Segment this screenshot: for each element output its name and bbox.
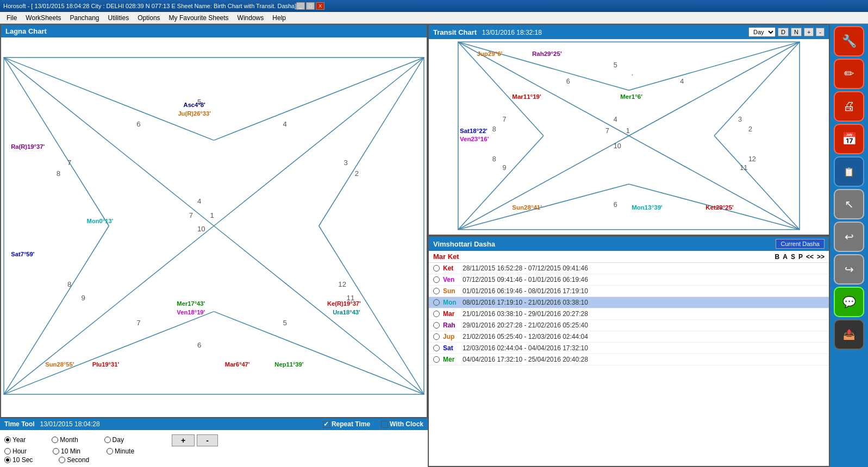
edit-icon[interactable]: ✏ <box>834 59 864 89</box>
transit-label: Transit Chart <box>433 28 477 36</box>
transit-n-button[interactable]: N <box>791 28 802 36</box>
repeat-time-checkbox[interactable]: ✓ Repeat Time <box>323 420 370 428</box>
day-radio[interactable] <box>104 437 111 443</box>
svg-text:8: 8 <box>492 125 496 133</box>
transit-minus-button[interactable]: - <box>816 28 825 36</box>
day-select[interactable]: Day <box>748 27 776 37</box>
tenmin-radio[interactable] <box>53 448 59 455</box>
transit-datetime: 13/01/2016 18:32:18 <box>482 29 542 36</box>
dasha-radio[interactable] <box>433 288 440 294</box>
second-option[interactable]: Second <box>59 456 89 464</box>
nav-prev[interactable]: << <box>806 253 814 261</box>
svg-text:Jup29°6': Jup29°6' <box>477 51 502 57</box>
dasha-row[interactable]: Rah 29/01/2016 20:27:28 - 21/02/2016 05:… <box>429 320 829 331</box>
close-button[interactable]: X <box>316 2 324 10</box>
time-tool-datetime: 13/01/2015 18:04:28 <box>40 420 100 428</box>
nav-next[interactable]: >> <box>817 253 825 261</box>
dasha-row[interactable]: Sat 12/03/2016 02:44:04 - 04/04/2016 17:… <box>429 343 829 354</box>
tenmin-label: 10 Min <box>61 447 80 455</box>
day-label: Day <box>113 436 124 444</box>
year-option[interactable]: Year <box>4 436 26 444</box>
dasha-row[interactable]: Jup 21/02/2016 05:25:40 - 12/03/2016 02:… <box>429 331 829 343</box>
menu-options[interactable]: Options <box>133 13 164 23</box>
dasha-radio[interactable] <box>433 265 440 272</box>
tensec-radio[interactable] <box>4 457 11 463</box>
minute-option[interactable]: Minute <box>107 447 134 455</box>
tensec-option[interactable]: 10 Sec <box>4 456 33 464</box>
svg-text:Asc4°8': Asc4°8' <box>184 102 205 108</box>
nav-s[interactable]: S <box>791 253 795 261</box>
plus-button[interactable]: + <box>172 434 195 446</box>
nav-b[interactable]: B <box>775 253 780 261</box>
transit-d-button[interactable]: D <box>778 28 789 36</box>
svg-text:4: 4 <box>680 78 684 85</box>
svg-text:7: 7 <box>503 116 507 123</box>
minute-radio[interactable] <box>107 448 113 455</box>
menu-panchang[interactable]: Panchang <box>65 13 103 23</box>
dasha-row[interactable]: Mar 21/01/2016 03:38:10 - 29/01/2016 20:… <box>429 308 829 320</box>
menu-file[interactable]: File <box>2 13 21 23</box>
svg-text:Mer17°43': Mer17°43' <box>177 300 205 307</box>
dasha-row[interactable]: Mon 08/01/2016 17:19:10 - 21/01/2016 03:… <box>429 297 829 308</box>
nav-p[interactable]: P <box>798 253 803 261</box>
dasha-row[interactable]: Ket 28/11/2015 16:52:28 - 07/12/2015 09:… <box>429 263 829 274</box>
dasha-nav[interactable]: B A S P << >> <box>775 253 825 261</box>
with-clock-box[interactable] <box>381 421 388 428</box>
dasha-header: Vimshottari Dasha Current Dasha <box>429 237 829 251</box>
print-icon[interactable]: 🖨 <box>834 91 864 122</box>
svg-text:1: 1 <box>210 211 214 219</box>
minus-button[interactable]: - <box>197 434 218 446</box>
dasha-radio[interactable] <box>433 356 440 363</box>
dasha-row[interactable]: Sun 01/01/2016 06:19:46 - 08/01/2016 17:… <box>429 286 829 297</box>
share-icon[interactable]: 📤 <box>834 319 864 350</box>
month-radio[interactable] <box>52 437 58 443</box>
with-clock-checkbox[interactable]: With Clock <box>381 420 423 428</box>
dasha-row[interactable]: Mer 04/04/2016 17:32:10 - 25/04/2016 20:… <box>429 354 829 365</box>
dasha-radio[interactable] <box>433 311 440 317</box>
nav-a[interactable]: A <box>783 253 788 261</box>
svg-text:Ven23°16': Ven23°16' <box>460 136 489 142</box>
hour-radio[interactable] <box>4 448 11 455</box>
menu-worksheets[interactable]: WorkSheets <box>21 13 65 23</box>
repeat-time-box[interactable]: ✓ <box>323 421 330 428</box>
tools-icon[interactable]: 🔧 <box>834 26 864 56</box>
svg-text:8: 8 <box>57 169 60 178</box>
svg-text:2: 2 <box>355 169 359 178</box>
left-panel: Lagna Chart <box>0 24 428 467</box>
svg-text:Ke(R)19°37': Ke(R)19°37' <box>327 300 361 307</box>
time-buttons[interactable]: + - <box>172 434 218 446</box>
menu-windows[interactable]: Windows <box>233 13 268 23</box>
menu-help[interactable]: Help <box>268 13 290 23</box>
tenmin-option[interactable]: 10 Min <box>53 447 80 455</box>
current-dasha-button[interactable]: Current Dasha <box>776 239 825 249</box>
dasha-dates: 07/12/2015 09:41:46 - 01/01/2016 06:19:4… <box>463 276 825 283</box>
day-option[interactable]: Day <box>104 436 124 444</box>
hour-option[interactable]: Hour <box>4 447 27 455</box>
minimize-button[interactable]: _ <box>296 2 305 10</box>
menu-utilities[interactable]: Utilities <box>104 13 134 23</box>
dasha-radio[interactable] <box>433 299 440 306</box>
dasha-row[interactable]: Ven 07/12/2015 09:41:46 - 01/01/2016 06:… <box>429 274 829 286</box>
dasha-radio[interactable] <box>433 322 440 329</box>
svg-text:12: 12 <box>748 155 756 163</box>
notes-icon[interactable]: 📋 <box>834 156 864 187</box>
cursor-icon[interactable]: ↖ <box>834 189 864 219</box>
whatsapp-icon[interactable]: 💬 <box>834 287 864 317</box>
dasha-radio[interactable] <box>433 345 440 351</box>
dasha-radio[interactable] <box>433 333 440 340</box>
year-radio[interactable] <box>4 437 11 443</box>
month-option[interactable]: Month <box>52 436 78 444</box>
transit-plus-button[interactable]: + <box>804 28 814 36</box>
menu-favourite[interactable]: My Favourite Sheets <box>165 13 233 23</box>
calendar-icon[interactable]: 📅 <box>834 124 864 154</box>
back-icon[interactable]: ↩ <box>834 222 864 252</box>
transit-chart-svg: 5 6 4 7 8 3 2 4 7 1 10 9 8 11 12 6 <box>429 39 829 232</box>
svg-text:': ' <box>632 74 633 80</box>
tensec-label: 10 Sec <box>13 456 33 464</box>
dasha-radio[interactable] <box>433 276 440 283</box>
title-bar-controls[interactable]: _ □ X <box>296 2 324 10</box>
maximize-button[interactable]: □ <box>306 2 315 10</box>
second-radio[interactable] <box>59 457 65 463</box>
transit-controls[interactable]: Day D N + - <box>748 27 825 37</box>
forward-icon[interactable]: ↪ <box>834 254 864 285</box>
